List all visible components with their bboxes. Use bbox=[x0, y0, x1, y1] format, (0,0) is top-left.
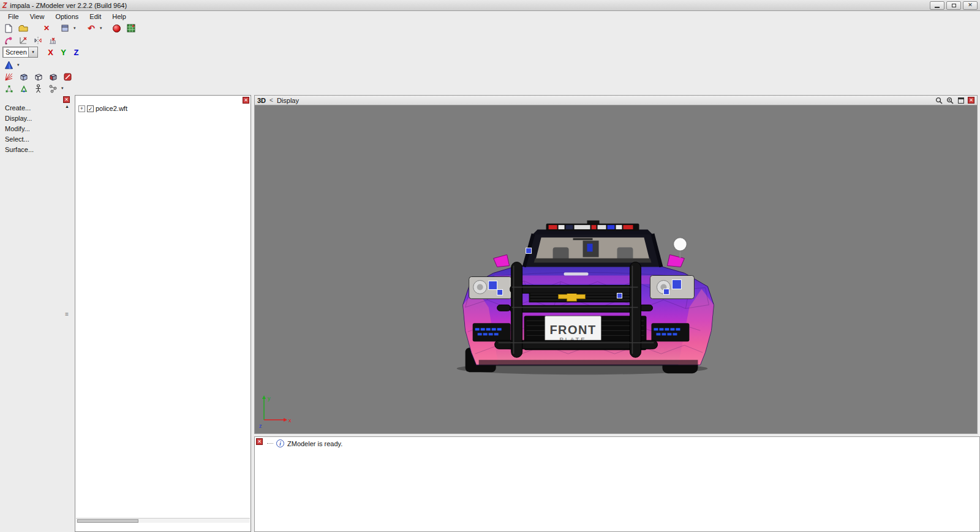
objects-mode-button[interactable] bbox=[32, 83, 44, 94]
tree-panel-close-button[interactable]: ✕ bbox=[243, 97, 249, 104]
tree-horizontal-scrollbar[interactable] bbox=[76, 518, 250, 523]
close-button[interactable]: ✕ bbox=[963, 1, 978, 10]
new-file-button[interactable] bbox=[2, 23, 15, 34]
viewport-canvas[interactable]: FRONT PLATE bbox=[254, 105, 978, 434]
selection-dropdown-icon[interactable]: ▾ bbox=[61, 86, 67, 91]
viewport-header: 3D < Display ✕ bbox=[254, 95, 978, 105]
normals-tool-icon bbox=[48, 36, 57, 45]
axes-tool-button[interactable] bbox=[17, 35, 29, 46]
axis-z-toggle[interactable]: Z bbox=[71, 48, 81, 57]
log-panel: ✕ i ZModeler is ready. bbox=[254, 436, 980, 532]
shaded-cube-icon bbox=[19, 72, 28, 82]
log-line: i ZModeler is ready. bbox=[267, 439, 342, 447]
gizmo-z-label: z bbox=[259, 423, 262, 429]
person-icon bbox=[34, 84, 43, 93]
menu-edit[interactable]: Edit bbox=[84, 12, 107, 21]
command-select[interactable]: Select... bbox=[5, 135, 34, 143]
textured-cube-icon bbox=[48, 72, 58, 82]
minimize-button[interactable] bbox=[930, 1, 944, 10]
window-controls: ✕ bbox=[928, 1, 978, 10]
lower-valance bbox=[479, 360, 698, 366]
space-selector-dropdown-icon[interactable]: ▾ bbox=[28, 47, 37, 57]
open-file-button[interactable] bbox=[17, 23, 29, 34]
log-panel-close-button[interactable]: ✕ bbox=[256, 438, 263, 445]
toolbar-space: Screen ▾ X Y Z bbox=[2, 47, 81, 58]
spotlight-handle[interactable] bbox=[673, 238, 687, 259]
interior-screen bbox=[587, 244, 593, 252]
attach-tool-button[interactable] bbox=[2, 35, 15, 46]
axis-y-toggle[interactable]: Y bbox=[58, 48, 69, 57]
textures-button[interactable] bbox=[125, 23, 137, 34]
viewport-header-icons: ✕ bbox=[935, 96, 974, 105]
titlebar: Z impala - ZModeler ver 2.2.2 (Build 964… bbox=[0, 0, 980, 11]
panel-grip-handle[interactable]: ≡ bbox=[65, 311, 69, 317]
scene-tree-panel: ✕ + ✓ police2.wft bbox=[75, 95, 251, 532]
move-gizmo-button[interactable] bbox=[2, 59, 15, 70]
plate-text-line1: FRONT bbox=[549, 323, 596, 336]
gizmo-dropdown-icon[interactable]: ▾ bbox=[17, 63, 23, 67]
axis-x-toggle[interactable]: X bbox=[45, 48, 56, 57]
materials-button[interactable] bbox=[110, 23, 123, 34]
maximize-viewport-icon[interactable] bbox=[957, 96, 965, 105]
import-dropdown-icon[interactable]: ▾ bbox=[74, 26, 79, 31]
restore-button[interactable] bbox=[946, 1, 961, 10]
tree-scrollbar-thumb[interactable] bbox=[77, 519, 138, 523]
viewport-view-label[interactable]: Display bbox=[277, 97, 299, 104]
menu-file[interactable]: File bbox=[2, 12, 24, 21]
new-file-icon bbox=[4, 24, 13, 33]
edges-mode-button[interactable] bbox=[17, 83, 29, 94]
toolbar-selection: ▾ bbox=[2, 83, 67, 94]
viewport-3d: 3D < Display ✕ bbox=[254, 95, 978, 434]
wirecube-view-button[interactable] bbox=[32, 71, 44, 82]
info-icon: i bbox=[276, 439, 284, 447]
axis-gizmo: y x z bbox=[258, 393, 295, 430]
viewport-close-button[interactable]: ✕ bbox=[968, 97, 974, 104]
zoom-icon[interactable] bbox=[935, 96, 943, 105]
vertices-mode-button[interactable] bbox=[2, 83, 15, 94]
light-bar bbox=[546, 221, 639, 231]
tree-item-label[interactable]: police2.wft bbox=[96, 105, 127, 112]
command-create[interactable]: Create... bbox=[5, 104, 34, 112]
command-display[interactable]: Display... bbox=[5, 114, 34, 123]
space-selector[interactable]: Screen ▾ bbox=[2, 47, 38, 58]
interior-mirror bbox=[573, 238, 593, 240]
normals-tool-button[interactable] bbox=[47, 35, 59, 46]
hierarchy-icon bbox=[48, 84, 58, 93]
wire-cube-icon bbox=[34, 72, 43, 82]
viewport-mode-label[interactable]: 3D bbox=[257, 97, 266, 104]
menu-view[interactable]: View bbox=[24, 12, 50, 21]
undo-dropdown-icon[interactable]: ▾ bbox=[100, 26, 105, 31]
edges-icon bbox=[19, 84, 28, 93]
culling-view-button[interactable] bbox=[61, 71, 74, 82]
hood-chrome-strip bbox=[564, 272, 589, 275]
view-settings-icon[interactable] bbox=[946, 96, 954, 105]
undo-button[interactable]: ↶ bbox=[85, 23, 97, 34]
space-selector-value: Screen bbox=[3, 48, 28, 56]
axes-tool-icon bbox=[19, 36, 28, 45]
tree-row-police2[interactable]: + ✓ police2.wft bbox=[78, 105, 127, 112]
command-panel: ✕ ▲ Create... Display... Modify... Selec… bbox=[0, 95, 72, 532]
hierarchy-mode-button[interactable] bbox=[47, 83, 59, 94]
delete-button[interactable]: ✕ bbox=[40, 23, 53, 34]
shaded-view-button[interactable] bbox=[17, 71, 29, 82]
gizmo-y-label: y bbox=[268, 395, 271, 401]
menu-options[interactable]: Options bbox=[50, 12, 84, 21]
command-modify[interactable]: Modify... bbox=[5, 124, 34, 133]
restore-icon bbox=[952, 4, 956, 7]
wire-view-icon bbox=[4, 72, 13, 82]
material-sphere-icon bbox=[113, 25, 121, 32]
app-icon: Z bbox=[2, 2, 7, 9]
textured-view-button[interactable] bbox=[47, 71, 59, 82]
mirror-tool-button[interactable] bbox=[32, 35, 44, 46]
wire-view-button[interactable] bbox=[2, 71, 15, 82]
command-surface[interactable]: Surface... bbox=[5, 145, 34, 154]
command-panel-up-icon[interactable]: ▲ bbox=[65, 104, 69, 108]
menu-help[interactable]: Help bbox=[107, 12, 132, 21]
import-export-button[interactable] bbox=[59, 23, 71, 34]
viewport-back-chevron[interactable]: < bbox=[270, 97, 273, 104]
mirror-tool-icon bbox=[34, 36, 42, 45]
command-panel-close-button[interactable]: ✕ bbox=[63, 96, 70, 103]
tree-expander-icon[interactable]: + bbox=[78, 105, 85, 112]
tree-checkbox[interactable]: ✓ bbox=[87, 105, 94, 112]
scene-render: FRONT PLATE bbox=[255, 105, 977, 433]
